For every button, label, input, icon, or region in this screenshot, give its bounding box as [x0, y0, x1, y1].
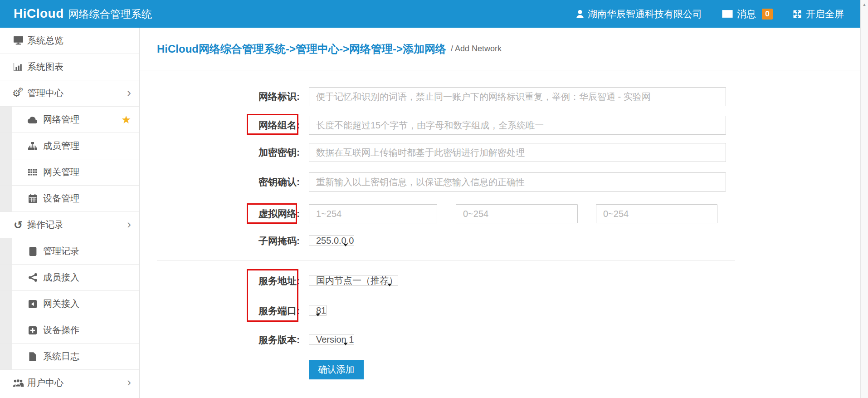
messages-button[interactable]: 消息 0: [722, 8, 773, 20]
service-port-label: 服务端口:: [157, 301, 300, 320]
virtual-network-octet2-input[interactable]: [456, 204, 578, 223]
chevron-right-icon: ›: [127, 375, 131, 389]
service-port-select[interactable]: 81: [309, 305, 327, 316]
network-label-input[interactable]: [309, 87, 726, 106]
file-icon: [27, 352, 39, 361]
sidebar-item-label: 管理中心: [27, 87, 63, 99]
caret-down-icon: [343, 343, 348, 345]
confirm-add-button[interactable]: 确认添加: [309, 360, 364, 379]
form-section-divider: [157, 260, 735, 260]
sitemap-icon: [27, 142, 39, 150]
envelope-icon: [722, 10, 733, 18]
sidebar-item-user-center[interactable]: 用户中心 ›: [0, 370, 139, 396]
calendar-icon: [27, 194, 39, 203]
users-icon: [12, 379, 24, 387]
caret-down-icon: [387, 284, 392, 286]
network-label-label: 网络标识:: [157, 87, 300, 106]
add-network-form: 网络标识: 网络组名: 加密密钥: 密钥确认: 虚拟网络:: [157, 87, 735, 398]
virtual-network-label: 虚拟网络:: [157, 204, 300, 223]
messages-count-badge: 0: [762, 9, 773, 20]
cloud-icon: [27, 116, 39, 123]
breadcrumb-suffix: / Add Network: [451, 44, 502, 54]
sidebar-item-label: 系统图表: [27, 61, 63, 73]
breadcrumb: HiCloud网络综合管理系统->管理中心->网络管理->添加网络: [157, 42, 446, 56]
star-icon: ★: [121, 113, 131, 126]
key-confirm-label: 密钥确认:: [157, 172, 300, 192]
company-account[interactable]: 湖南华辰智通科技有限公司: [576, 8, 702, 20]
service-version-select[interactable]: Version 1: [309, 334, 354, 345]
sidebar-item-system-overview[interactable]: 系统总览: [0, 28, 139, 54]
form-row-service-version: 服务版本: Version 1: [157, 330, 735, 349]
service-address-select[interactable]: 国内节点一（推荐）: [309, 275, 398, 286]
service-version-value: Version 1: [316, 334, 354, 344]
sidebar-item-system-charts[interactable]: 系统图表: [0, 54, 139, 80]
sidebar-item-management-records[interactable]: 管理记录: [0, 238, 139, 265]
vertical-scrollbar[interactable]: ▲: [860, 0, 868, 398]
sidebar-item-label: 系统日志: [43, 350, 79, 363]
messages-label: 消息: [737, 8, 756, 20]
sidebar-item-label: 网关接入: [43, 298, 79, 310]
sidebar-item-label: 系统总览: [27, 34, 63, 47]
share-icon: [27, 273, 39, 282]
form-row-network-group: 网络组名:: [157, 116, 735, 135]
form-row-encrypt-key: 加密密钥:: [157, 143, 735, 162]
form-row-key-confirm: 密钥确认:: [157, 172, 735, 192]
sidebar-item-network-management[interactable]: 网络管理 ★: [0, 107, 139, 133]
sidebar-item-label: 用户中心: [27, 377, 63, 389]
service-address-label: 服务地址:: [157, 271, 300, 290]
sidebar-nav: 系统总览 系统图表 ⚙⚙ 管理中心 › 网络管理 ★ 成员: [0, 28, 140, 398]
breadcrumb-bar: HiCloud网络综合管理系统->管理中心->网络管理->添加网络 / Add …: [140, 28, 860, 70]
app-title: HiCloud 网络综合管理系统: [14, 6, 152, 21]
main-content: HiCloud网络综合管理系统->管理中心->网络管理->添加网络 / Add …: [140, 28, 860, 398]
form-row-service-port: 服务端口: 81: [157, 301, 735, 320]
caret-square-left-icon: [27, 300, 39, 308]
sidebar-item-gateway-management[interactable]: 网关管理: [0, 159, 139, 186]
sidebar-item-label: 设备管理: [43, 192, 79, 205]
key-confirm-input[interactable]: [309, 172, 726, 192]
virtual-network-octet1-input[interactable]: [309, 204, 437, 223]
form-row-virtual-network: 虚拟网络:: [157, 204, 735, 223]
virtual-network-octet3-input[interactable]: [596, 204, 717, 223]
sidebar-item-device-operations[interactable]: 设备操作: [0, 317, 139, 344]
file-text-icon: [27, 247, 39, 256]
subnet-mask-value: 255.0.0.0: [316, 236, 354, 246]
sidebar-item-device-management[interactable]: 设备管理: [0, 186, 139, 212]
subnet-mask-label: 子网掩码:: [157, 231, 300, 251]
fullscreen-icon: [793, 10, 802, 19]
scrollbar-up-arrow-icon[interactable]: ▲: [861, 0, 868, 7]
sidebar-item-operation-records[interactable]: ↺ 操作记录 ›: [0, 212, 139, 238]
form-row-service-address: 服务地址: 国内节点一（推荐）: [157, 271, 735, 290]
caret-down-icon: [316, 314, 320, 316]
sidebar-item-label: 网络管理: [43, 113, 79, 126]
form-row-subnet-mask: 子网掩码: 255.0.0.0: [157, 231, 735, 251]
sidebar-item-label: 网关管理: [43, 166, 79, 178]
gears-icon: ⚙⚙: [12, 88, 24, 99]
grid-icon: [27, 169, 39, 176]
sidebar-item-gateway-access[interactable]: 网关接入: [0, 291, 139, 317]
company-name: 湖南华辰智通科技有限公司: [588, 8, 702, 20]
fullscreen-button[interactable]: 开启全屏: [793, 8, 844, 20]
sidebar-item-label: 成员接入: [43, 271, 79, 284]
network-group-input[interactable]: [309, 116, 726, 135]
topbar-right-group: 湖南华辰智通科技有限公司 消息 0: [576, 8, 844, 20]
top-header-bar: HiCloud 网络综合管理系统 湖南华辰智通科技有限公司 消息 0: [0, 0, 860, 28]
fullscreen-label: 开启全屏: [806, 8, 844, 20]
subnet-mask-select[interactable]: 255.0.0.0: [309, 235, 354, 246]
sidebar-item-label: 管理记录: [43, 245, 79, 257]
plus-square-icon: [27, 326, 39, 334]
sidebar-item-system-logs[interactable]: 系统日志: [0, 344, 139, 370]
sidebar-item-management-center[interactable]: ⚙⚙ 管理中心 ›: [0, 80, 139, 107]
service-version-label: 服务版本:: [157, 330, 300, 349]
sidebar-item-label: 设备操作: [43, 324, 79, 336]
encrypt-key-label: 加密密钥:: [157, 143, 300, 162]
sidebar-item-member-access[interactable]: 成员接入: [0, 265, 139, 291]
bar-chart-icon: [12, 63, 24, 71]
encrypt-key-input[interactable]: [309, 143, 726, 162]
sidebar-item-member-management[interactable]: 成员管理: [0, 133, 139, 159]
app-title-text: 网络综合管理系统: [68, 7, 152, 21]
caret-down-icon: [343, 244, 348, 246]
form-row-network-label: 网络标识:: [157, 87, 735, 106]
chevron-right-icon: ›: [127, 86, 131, 100]
page: HiCloud 网络综合管理系统 湖南华辰智通科技有限公司 消息 0: [0, 0, 868, 398]
history-icon: ↺: [12, 220, 24, 231]
